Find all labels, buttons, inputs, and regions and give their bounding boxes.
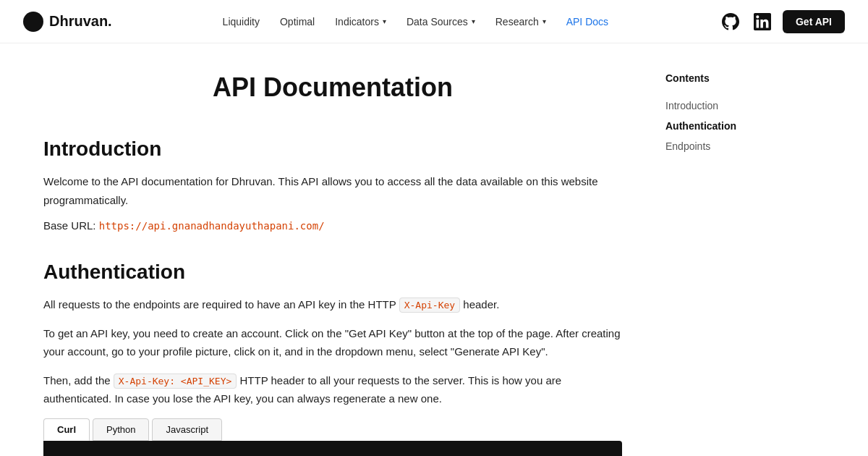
auth-section: Authentication All requests to the endpo… xyxy=(43,261,622,456)
auth-inline-code2: X-Api-Key: <API_KEY> xyxy=(114,373,237,389)
base-url-label: Base URL: xyxy=(43,219,96,232)
nav-link-data-sources[interactable]: Data Sources ▾ xyxy=(399,12,482,32)
tab-curl[interactable]: Curl xyxy=(43,418,90,441)
logo-dot xyxy=(23,12,43,32)
sidebar: Contents Introduction Authentication End… xyxy=(651,43,796,185)
auth-heading: Authentication xyxy=(43,261,622,284)
research-chevron-icon: ▾ xyxy=(542,17,546,25)
intro-section: Introduction Welcome to the API document… xyxy=(43,138,622,232)
auth-para1: All requests to the endpoints are requir… xyxy=(43,295,622,314)
nav-links: Liquidity Optimal Indicators ▾ Data Sour… xyxy=(216,12,616,32)
navbar: Dhruvan. Liquidity Optimal Indicators ▾ … xyxy=(0,0,868,43)
indicators-chevron-icon: ▾ xyxy=(383,17,386,25)
sidebar-item-introduction[interactable]: Introduction xyxy=(665,96,781,116)
nav-link-optimal[interactable]: Optimal xyxy=(273,12,322,32)
intro-para: Welcome to the API documentation for Dhr… xyxy=(43,172,622,209)
github-icon[interactable] xyxy=(719,10,742,33)
code-block: curl -X GET "https://api.gnanadhandayuth… xyxy=(43,441,622,457)
main-content: API Documentation Introduction Welcome t… xyxy=(0,43,651,456)
code-tabs: Curl Python Javascript xyxy=(43,418,622,441)
nav-actions: Get API xyxy=(719,10,845,33)
linkedin-icon[interactable] xyxy=(751,10,774,33)
page-wrapper: API Documentation Introduction Welcome t… xyxy=(0,43,868,456)
nav-link-liquidity[interactable]: Liquidity xyxy=(216,12,267,32)
auth-para1-text: All requests to the endpoints are requir… xyxy=(43,298,396,311)
get-api-button[interactable]: Get API xyxy=(783,10,845,33)
nav-link-indicators[interactable]: Indicators ▾ xyxy=(328,12,393,32)
base-url-line: Base URL: https://api.gnanadhandayuthapa… xyxy=(43,219,622,232)
tab-javascript[interactable]: Javascript xyxy=(152,418,222,441)
sidebar-title: Contents xyxy=(665,72,781,84)
brand-logo[interactable]: Dhruvan. xyxy=(23,12,112,32)
nav-link-research[interactable]: Research ▾ xyxy=(488,12,553,32)
nav-link-api-docs[interactable]: API Docs xyxy=(559,12,616,32)
page-title: API Documentation xyxy=(43,72,622,103)
auth-para2: To get an API key, you need to create an… xyxy=(43,324,622,361)
sidebar-item-authentication[interactable]: Authentication xyxy=(665,116,781,136)
tab-python[interactable]: Python xyxy=(93,418,149,441)
brand-name: Dhruvan. xyxy=(49,13,112,30)
auth-para3: Then, add the X-Api-Key: <API_KEY> HTTP … xyxy=(43,371,622,408)
data-sources-chevron-icon: ▾ xyxy=(472,17,475,25)
auth-para1-end: header. xyxy=(463,298,499,311)
sidebar-item-endpoints[interactable]: Endpoints xyxy=(665,136,781,156)
auth-inline-code1: X-Api-Key xyxy=(399,297,460,313)
base-url-link[interactable]: https://api.gnanadhandayuthapani.com/ xyxy=(99,220,325,232)
auth-para3-start: Then, add the xyxy=(43,374,111,387)
intro-heading: Introduction xyxy=(43,138,622,161)
